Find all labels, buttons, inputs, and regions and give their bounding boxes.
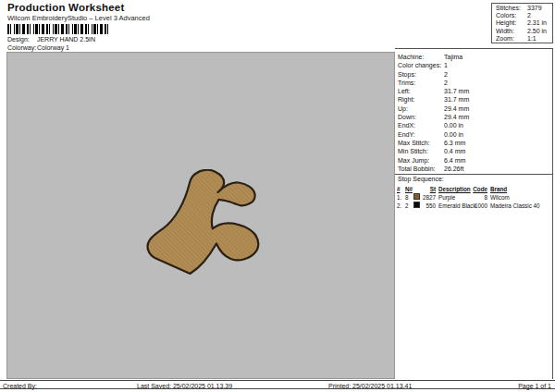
up-value: 29.4 mm — [444, 104, 469, 113]
summary-row-width: Width: 2.50 in — [492, 28, 552, 35]
total-bobbin-value: 26.26ft — [444, 165, 463, 173]
endx-label: EndX: — [398, 121, 444, 129]
created-by-label: Created By: — [3, 382, 37, 390]
stop-sequence-table: # N# St Description Code Brand 1. 8 2827… — [395, 185, 552, 210]
printed-text: Printed: 25/02/2025 01.13.41 — [328, 382, 412, 390]
machine-info-rows: Machine:Tajima Color changes:1 Stops:2 T… — [395, 53, 552, 173]
max-jump-value: 6.4 mm — [444, 156, 465, 165]
right-label: Right: — [398, 95, 444, 104]
max-stitch-value: 6.3 mm — [444, 139, 465, 147]
color-changes-label: Color changes: — [398, 61, 444, 69]
row2-description: Emerald Black — [436, 202, 473, 210]
stops-label: Stops: — [398, 70, 444, 79]
col-brand: Brand — [487, 185, 552, 193]
stop-sequence-divider — [395, 174, 552, 175]
down-label: Down: — [398, 113, 444, 121]
max-stitch-label: Max Stitch: — [398, 139, 444, 147]
total-bobbin-label: Total Bobbin: — [398, 165, 444, 173]
summary-row-stitches: Stitches: 3379 — [492, 5, 552, 12]
colors-label: Colors: — [496, 12, 527, 19]
footer-bar: Created By: Last Saved: 25/02/2025 01.13… — [0, 380, 555, 389]
endy-label: EndY: — [398, 130, 444, 139]
right-value: 31.7 mm — [444, 95, 469, 104]
app-subtitle: Wilcom EmbroideryStudio – Level 3 Advanc… — [7, 14, 150, 22]
col-code: Code — [473, 185, 487, 193]
production-worksheet-page: Production Worksheet Wilcom EmbroiderySt… — [0, 0, 555, 392]
stop-sequence-title: Stop Sequence: — [398, 176, 444, 182]
colorway-row: Colorway: Colorway 1 — [7, 44, 69, 51]
zoom-value: 1:1 — [527, 35, 536, 43]
row1-thread-number: 2827 — [422, 193, 436, 202]
col-n: N# — [405, 185, 413, 193]
endy-value: 0.00 in — [444, 130, 463, 139]
page-title: Production Worksheet — [7, 2, 124, 13]
thread-color-swatch — [413, 193, 420, 200]
thread-color-swatch — [413, 202, 420, 208]
min-stitch-label: Min Stitch: — [398, 147, 444, 155]
stitches-value: 3379 — [527, 5, 542, 12]
col-st: St — [422, 185, 436, 193]
design-name-value: JERRY HAND 2.5IN — [37, 36, 95, 43]
row1-n: 8 — [405, 193, 413, 202]
width-value: 2.50 in — [527, 28, 547, 35]
page-number: Page 1 of 1 — [518, 382, 551, 390]
max-jump-label: Max Jump: — [398, 156, 444, 165]
colorway-value: Colorway 1 — [37, 44, 69, 51]
design-label: Design: — [7, 36, 35, 43]
row1-description: Purple — [436, 193, 473, 202]
hand-shape — [148, 170, 259, 274]
row1-swatch-cell — [413, 193, 422, 202]
col-num: # — [397, 185, 405, 193]
embroidery-design — [145, 169, 260, 275]
down-value: 29.4 mm — [444, 113, 469, 121]
summary-row-colors: Colors: 2 — [492, 12, 552, 19]
row1-code: 8 — [473, 193, 487, 202]
colors-value: 2 — [527, 12, 531, 19]
left-label: Left: — [398, 87, 444, 95]
endx-value: 0.00 in — [444, 121, 463, 129]
summary-row-zoom: Zoom: 1:1 — [492, 35, 552, 43]
width-label: Width: — [496, 28, 527, 35]
color-changes-value: 1 — [444, 61, 448, 69]
height-value: 2.31 in — [527, 19, 547, 27]
left-value: 31.7 mm — [444, 87, 469, 95]
machine-value: Tajima — [444, 53, 462, 61]
stops-value: 2 — [444, 70, 448, 79]
stop-sequence-row-1: 1. 8 2827 Purple 8 Wilcom — [395, 193, 552, 202]
colorway-label: Colorway: — [7, 44, 35, 51]
row2-brand: Madeira Classic 40 — [487, 202, 552, 210]
trims-value: 2 — [444, 79, 448, 87]
row1-brand: Wilcom — [487, 193, 552, 202]
machine-label: Machine: — [398, 53, 444, 61]
stop-sequence-header-row: # N# St Description Code Brand — [395, 185, 552, 193]
last-saved-text: Last Saved: 25/02/2025 01.13.39 — [137, 382, 232, 390]
row2-swatch-cell — [413, 202, 422, 210]
stop-sequence-row-2: 2. 2 550 Emerald Black 1000 Madeira Clas… — [395, 202, 552, 210]
col-description: Description — [436, 185, 473, 193]
up-label: Up: — [398, 104, 444, 113]
zoom-label: Zoom: — [496, 35, 527, 43]
row2-thread-number: 550 — [422, 202, 436, 210]
machine-info-panel: Machine:Tajima Color changes:1 Stops:2 T… — [395, 48, 553, 379]
summary-row-height: Height: 2.31 in — [492, 19, 552, 27]
trims-label: Trims: — [398, 79, 444, 87]
design-canvas — [6, 52, 395, 379]
row2-n: 2 — [405, 202, 413, 210]
stitches-label: Stitches: — [496, 5, 527, 12]
design-row: Design: JERRY HAND 2.5IN — [7, 36, 95, 43]
min-stitch-value: 0.4 mm — [444, 147, 465, 155]
row2-num: 2. — [397, 202, 405, 210]
row2-code: 1000 — [473, 202, 487, 210]
barcode-image — [7, 24, 109, 34]
height-label: Height: — [496, 19, 527, 27]
row1-num: 1. — [397, 193, 405, 202]
design-summary-box: Stitches: 3379 Colors: 2 Height: 2.31 in… — [491, 3, 553, 43]
